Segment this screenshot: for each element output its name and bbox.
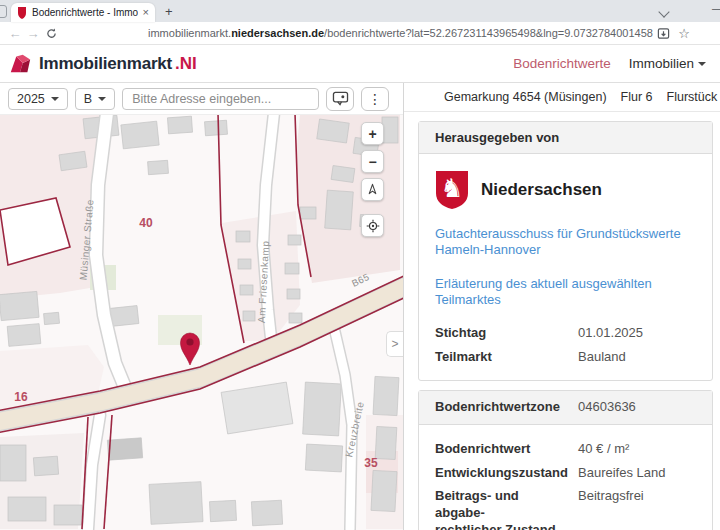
browser-url-bar: ← → immobilienmarkt.niedersachsen.de/bod… [0,22,720,45]
zone-header-value: 04603636 [578,399,696,416]
info-panel: Gemarkung 4654 (Müsingen) Flur 6 Flurstü… [404,83,720,530]
chevron-down-icon [51,97,59,101]
url-subdomain: immobilienmarkt. [148,27,231,39]
browser-tab[interactable]: Bodenrichtwerte - Immobilienm × [11,3,155,22]
list-tabs-chevron-icon[interactable] [658,6,669,17]
zone-value-16: 16 [14,390,28,404]
address-search-input[interactable] [122,88,319,110]
window-minimize-icon[interactable]: — [712,2,720,16]
row-label: Beitrags- und abgabe- rechtlicher Zustan… [435,488,570,530]
year-select-value: 2025 [17,92,45,106]
feature-info-button[interactable] [326,87,354,111]
layer-select-value: B [84,92,92,106]
row-value: 40 € / m² [578,441,696,458]
parcel-gemarkung: Gemarkung 4654 (Müsingen) [444,90,607,104]
row-label: Stichtag [435,325,570,342]
bookmark-star-icon[interactable]: ☆ [678,26,690,41]
kebab-menu-icon: ⋮ [368,91,382,107]
map-menu-button[interactable]: ⋮ [361,87,389,111]
brand-suffix: .NI [175,54,197,74]
niedersachsen-shield-icon: ♞ [435,170,469,210]
locate-button[interactable] [361,214,384,237]
nav-bodenrichtwerte[interactable]: Bodenrichtwerte [513,56,611,71]
panel-collapse-button[interactable]: > [386,331,403,357]
zone-card: Bodenrichtwertzone 04603636 Bodenrichtwe… [418,390,713,530]
chevron-down-icon [698,62,706,66]
row-value: 01.01.2025 [578,325,696,342]
tab-close-icon[interactable]: × [143,7,149,18]
site-logo[interactable]: Immobilienmarkt.NI [8,52,197,76]
map-toolbar: 2025 B ⋮ [0,83,403,115]
tab-title: Bodenrichtwerte - Immobilienm [32,7,138,18]
site-header: Immobilienmarkt.NI Bodenrichtwerte Immob… [0,45,720,83]
site-favicon-icon [17,7,27,19]
state-name: Niedersachsen [481,180,602,200]
link-gutachterausschuss[interactable]: Gutachterausschuss für Grundstückswerte … [435,226,696,259]
row-label: Entwicklungszustand [435,465,570,482]
zone-value-40: 40 [139,216,153,230]
link-teilmarkt-erlaeuterung[interactable]: Erläuterung des aktuell ausgewählten Tei… [435,276,696,309]
main-nav: Bodenrichtwerte Immobilien [513,56,706,71]
parcel-flurstueck: Flurstück 35 / 7 [667,90,720,104]
forward-icon[interactable]: → [24,26,42,41]
url-path: /bodenrichtwerte?lat=52.267231143965498&… [324,27,653,39]
map-svg: Müsinger Straße Am Friesenkamp Kreuzbrei… [0,115,403,530]
zoom-out-button[interactable]: − [361,150,384,173]
publisher-detail-rows: Stichtag 01.01.2025 Teilmarkt Bauland [435,325,696,366]
year-select[interactable]: 2025 [8,88,68,110]
north-arrow-icon [366,183,379,196]
new-tab-button[interactable]: + [165,4,173,19]
row-label: Bodenrichtwert [435,441,570,458]
reload-icon[interactable] [42,28,60,39]
state-logo-row: ♞ Niedersachsen [435,170,696,210]
map-pin-marker[interactable] [181,333,200,365]
chevron-right-icon: > [391,337,398,351]
zone-detail-rows: Bodenrichtwert 40 € / m² Entwicklungszus… [435,441,696,530]
zone-card-header: Bodenrichtwertzone 04603636 [419,391,712,425]
nav-immobilien-label: Immobilien [629,56,694,71]
map-column: 2025 B ⋮ [0,83,404,530]
parcel-flur: Flur 6 [621,90,653,104]
publisher-card: Herausgegeben von ♞ Niedersachsen Gutach… [418,121,713,381]
back-icon[interactable]: ← [6,26,24,41]
url-domain: niedersachsen.de [231,27,324,39]
address-field[interactable]: immobilienmarkt.niedersachsen.de/bodenri… [138,27,653,39]
content: 2025 B ⋮ [0,83,720,530]
save-page-icon[interactable] [657,27,670,40]
row-value: Bauland [578,349,696,366]
north-arrow-button[interactable] [361,178,384,201]
parcel-bar: Gemarkung 4654 (Müsingen) Flur 6 Flurstü… [404,83,720,112]
zone-value-35: 35 [364,456,378,470]
map-canvas[interactable]: Müsinger Straße Am Friesenkamp Kreuzbrei… [0,115,403,530]
zone-header-label: Bodenrichtwertzone [435,399,570,416]
row-label: Teilmarkt [435,349,570,366]
site-logo-icon [8,52,32,76]
sidebar-icon[interactable] [0,5,7,18]
map-controls: + − [361,122,384,237]
zoom-in-button[interactable]: + [361,122,384,145]
publisher-card-title: Herausgegeben von [419,122,712,154]
map-info-icon [332,91,349,106]
row-value: Beitragsfrei [578,488,696,530]
svg-text:♞: ♞ [440,173,463,203]
nav-immobilien[interactable]: Immobilien [629,56,706,71]
browser-tab-bar: Bodenrichtwerte - Immobilienm × + — [0,0,720,22]
brand-name: Immobilienmarkt [39,54,172,74]
crosshair-locate-icon [366,219,380,233]
row-value: Baureifes Land [578,465,696,482]
chevron-down-icon [98,97,106,101]
layer-select[interactable]: B [75,88,115,110]
